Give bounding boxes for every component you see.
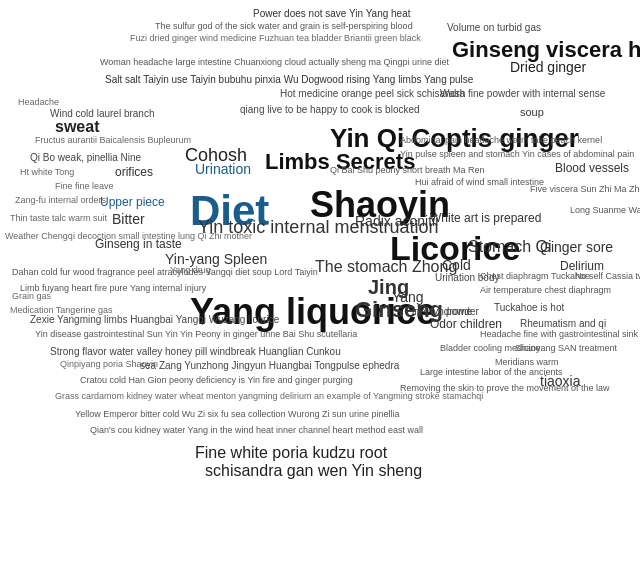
word-60: powder xyxy=(446,306,479,317)
word-38: White art is prepared xyxy=(430,212,541,225)
word-79: Qian's cou kidney water Yang in the wind… xyxy=(90,426,423,436)
word-2: Volume on turbid gas xyxy=(447,22,541,33)
word-31: Zang-fu internal orders xyxy=(15,196,106,206)
word-84: Yang drug xyxy=(170,266,211,276)
word-5: Woman headache large intestine Chuanxion… xyxy=(100,58,449,68)
word-39: Long Suanme Warm in nature xyxy=(570,206,640,216)
word-25: Qi Bai Shu peony short breath Ma Ren xyxy=(330,166,485,176)
word-33: Five viscera Sun Zhi Ma Zhong Example xyxy=(530,185,640,195)
word-26: Blood vessels xyxy=(555,162,629,175)
word-24: Urination xyxy=(195,162,251,177)
word-69: Shaoyang SAN treatment xyxy=(515,344,617,354)
word-6: Dried ginger xyxy=(510,60,586,75)
word-8: Hot medicine orange peel sick schisandra xyxy=(280,88,465,99)
word-35: Bitter xyxy=(112,212,145,227)
word-7: Salt salt Taiyin use Taiyin bubuhu pinxi… xyxy=(105,74,473,85)
word-64: Rheumatism and qi xyxy=(520,318,606,329)
word-15: Fructus aurantii Baicalensis Bupleurum xyxy=(35,136,191,146)
word-12: qiang live to be happy to cook is blocke… xyxy=(240,104,420,115)
word-78: Yellow Emperor bitter cold Wu Zi six fu … xyxy=(75,410,399,420)
word-0: Power does not save Yin Yang heat xyxy=(253,8,411,19)
word-cloud: Power does not save Yin Yang heatThe sul… xyxy=(0,0,640,578)
word-47: Ginger sore xyxy=(540,240,613,255)
word-55: Air temperature chest diaphragm xyxy=(480,286,611,296)
word-61: Tuckahoe is hot xyxy=(494,302,564,313)
word-52: Chest diaphragm Tuckahoe xyxy=(480,272,590,282)
word-65: Yin disease gastrointestinal Sun Yin Yin… xyxy=(35,330,357,340)
word-73: Cratou cold Han Gion peony deficiency is… xyxy=(80,376,353,386)
word-41: Ginseng in taste xyxy=(95,238,182,251)
word-30: Hui afraid of wind small intestine xyxy=(415,178,544,188)
word-67: Strong flavor water valley honey pill wi… xyxy=(50,346,341,357)
word-23: orifices xyxy=(115,166,153,179)
word-71: sea Zang Yunzhong Jingyun Huangbai Tongp… xyxy=(140,360,399,371)
word-56: No self Cassia twig xyxy=(575,272,640,282)
word-77: Grass cardamom kidney water wheat menton… xyxy=(55,392,483,402)
word-81: schisandra gan wen Yin sheng xyxy=(205,462,422,480)
word-22: Ht white Tong xyxy=(20,168,74,178)
word-83: Medication Tangerine gas xyxy=(10,306,112,316)
word-3: Fuzi dried ginger wind medicine Fuzhuan … xyxy=(130,34,421,44)
word-1: The sulfur god of the sick water and gra… xyxy=(155,22,413,32)
word-27: Fine fine leave xyxy=(55,182,114,192)
word-21: Yin pulse spleen and stomach Yin cases o… xyxy=(400,150,634,160)
word-17: Abdominal pain headache warm take peach … xyxy=(400,136,602,146)
word-34: Thin taste talc warm suit xyxy=(10,214,107,224)
word-48: Dahan cold fur wood fragrance peel atrac… xyxy=(12,268,318,278)
word-18: Qi Bo weak, pinellia Nine xyxy=(30,152,141,163)
word-14: soup xyxy=(520,106,544,118)
word-9: Wash fine powder with internal sense xyxy=(440,88,605,99)
word-13: sweat xyxy=(55,118,99,136)
word-82: Grain gas xyxy=(12,292,51,302)
word-80: Fine white poria kudzu root xyxy=(195,444,387,462)
word-66: Headache fine with gastrointestinal sink xyxy=(480,330,638,340)
word-10: Headache xyxy=(18,98,59,108)
word-32: Upper piece xyxy=(100,196,165,209)
word-37: Radix aconitii xyxy=(355,214,438,229)
